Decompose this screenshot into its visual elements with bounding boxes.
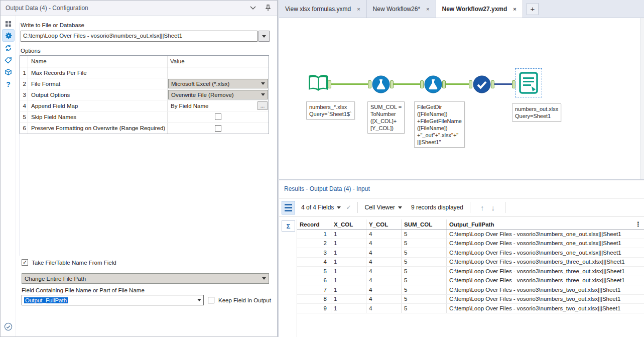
field-name-combo[interactable]: Output_FullPath: [22, 295, 204, 305]
palette-grid-icon[interactable]: [2, 18, 15, 30]
test-tool[interactable]: [473, 75, 491, 95]
results-row[interactable]: 4145C:\temp\Loop Over Files - vosorio3\n…: [297, 258, 644, 267]
cell-sum-col: 5: [402, 248, 447, 257]
option-checkbox[interactable]: [215, 125, 221, 132]
close-icon[interactable]: ×: [513, 6, 516, 12]
pin-icon[interactable]: [264, 4, 272, 12]
fields-check-icon[interactable]: ✓: [346, 204, 351, 211]
flask-icon: [424, 75, 442, 93]
input-anchor[interactable]: [469, 80, 472, 88]
plus-icon: +: [527, 3, 539, 15]
tab-new-workflow27[interactable]: New Workflow27.yxmd ×: [436, 0, 523, 18]
cell-x-col: 1: [331, 239, 366, 248]
dropdown-value: Microsoft Excel (*.xlsx): [171, 81, 229, 87]
new-workflow-tab-button[interactable]: +: [523, 0, 542, 18]
file-path-input[interactable]: C:\temp\Loop Over Files - vosorio3\numbe…: [21, 31, 257, 42]
fields-summary: 4 of 4 Fields: [301, 204, 334, 211]
column-header-x-col[interactable]: X_COL: [331, 219, 366, 229]
connector-wire-selected: [494, 83, 512, 85]
column-header-y-col[interactable]: Y_COL: [366, 219, 402, 229]
change-path-dropdown[interactable]: Change Entire File Path: [22, 273, 269, 284]
cell-record: 4: [297, 258, 331, 267]
cell-sum-col: 5: [402, 304, 447, 313]
tab-label: New Workflow27.yxmd: [442, 6, 507, 13]
option-value-dropdown[interactable]: Microsoft Excel (*.xlsx): [168, 79, 268, 88]
cell-x-col: 1: [331, 258, 366, 267]
option-checkbox[interactable]: [215, 114, 221, 120]
tool-annotation-formula-1[interactable]: SUM_COL =ToNumber([X_COL]+[Y_COL]): [367, 101, 405, 134]
column-header-output-fullpath[interactable]: Output_FullPath: [447, 219, 644, 229]
chevron-down-icon: [262, 277, 266, 280]
input-anchor[interactable]: [420, 80, 424, 88]
annotation-line: |||Sheet1": [417, 139, 462, 146]
up-arrow-icon[interactable]: ↑: [480, 203, 484, 212]
cell-y-col: 4: [366, 258, 402, 267]
close-icon[interactable]: ×: [426, 6, 429, 12]
results-row[interactable]: 1145C:\temp\Loop Over Files - vosorio3\n…: [297, 230, 644, 239]
cell-viewer-dropdown[interactable]: Cell Viewer: [364, 204, 402, 211]
cell-sum-col: 5: [402, 230, 447, 239]
chevron-down-icon: [262, 35, 266, 38]
refresh-icon[interactable]: [2, 42, 15, 54]
options-label: Options: [21, 48, 41, 54]
tab-new-workflow26[interactable]: New Workflow26* ×: [367, 0, 436, 18]
column-header-record[interactable]: Record: [297, 219, 331, 229]
cell-record: 2: [297, 239, 331, 248]
take-filename-checkbox[interactable]: ✓: [22, 259, 28, 266]
metadata-toggle-icon[interactable]: Σ: [282, 220, 295, 232]
workflow-canvas[interactable]: numbers_*.xlsxQuery=`Sheet1$` SUM_COL =T…: [279, 18, 644, 179]
results-row[interactable]: 3145C:\temp\Loop Over Files - vosorio3\n…: [297, 248, 644, 258]
file-path-value: C:\temp\Loop Over Files - vosorio3\numbe…: [23, 33, 182, 39]
input-anchor[interactable]: [368, 80, 371, 88]
file-path-dropdown-button[interactable]: [259, 31, 270, 42]
output-anchor[interactable]: [491, 80, 494, 88]
close-icon[interactable]: ×: [357, 6, 360, 12]
option-name: Skip Field Names: [28, 111, 168, 122]
package-icon[interactable]: [2, 66, 15, 78]
tag-icon[interactable]: [2, 54, 15, 66]
cell-sum-col: 5: [402, 239, 447, 248]
apply-check-icon[interactable]: [2, 320, 15, 333]
toolbar-separator: [470, 202, 470, 213]
results-row[interactable]: 7145C:\temp\Loop Over Files - vosorio3\n…: [297, 285, 644, 295]
annotation-line: +FileGetFileName: [417, 118, 462, 125]
cell-y-col: 4: [366, 239, 402, 248]
output-data-tool[interactable]: [519, 71, 539, 96]
help-icon[interactable]: ?: [2, 78, 15, 90]
canvas-scrollbar[interactable]: [640, 18, 644, 179]
options-grid-body: 1Max Records Per File2File FormatMicroso…: [20, 67, 269, 134]
cell-record: 7: [297, 285, 331, 294]
tool-annotation-output[interactable]: numbers_out.xlsxQuery=Sheet1: [512, 103, 561, 122]
kebab-menu-icon[interactable]: ⋮: [635, 220, 641, 228]
tool-annotation-input[interactable]: numbers_*.xlsxQuery=`Sheet1$`: [306, 101, 355, 120]
cell-x-col: 1: [331, 267, 366, 276]
tool-annotation-formula-2[interactable]: FileGetDir([FileName])+FileGetFileName([…: [414, 101, 465, 148]
results-layout-icon[interactable]: [282, 201, 295, 214]
formula-tool-1[interactable]: [372, 75, 390, 95]
results-row[interactable]: 2145C:\temp\Loop Over Files - vosorio3\n…: [297, 239, 644, 249]
cell-output-fullpath: C:\temp\Loop Over Files - vosorio3\numbe…: [447, 230, 644, 239]
collapse-chevron-icon[interactable]: [249, 4, 257, 12]
cell-x-col: 1: [331, 230, 366, 239]
cell-output-fullpath: C:\temp\Loop Over Files - vosorio3\numbe…: [447, 267, 644, 276]
results-row[interactable]: 6145C:\temp\Loop Over Files - vosorio3\n…: [297, 276, 644, 286]
settings-gear-icon[interactable]: [2, 29, 15, 42]
results-row[interactable]: 9145C:\temp\Loop Over Files - vosorio3\n…: [297, 304, 644, 313]
annotation-line: ([FileName]): [417, 125, 462, 132]
output-anchor[interactable]: [390, 80, 394, 88]
results-row[interactable]: 8145C:\temp\Loop Over Files - vosorio3\n…: [297, 295, 644, 304]
column-header-sum-col[interactable]: SUM_COL: [402, 219, 447, 229]
keep-field-checkbox[interactable]: [208, 297, 214, 303]
output-anchor[interactable]: [442, 80, 446, 88]
formula-tool-2[interactable]: [424, 75, 442, 95]
ellipsis-button[interactable]: ...: [257, 101, 268, 110]
option-value-dropdown[interactable]: Overwrite File (Remove): [168, 90, 268, 99]
fields-dropdown[interactable]: 4 of 4 Fields: [301, 204, 341, 211]
results-row[interactable]: 5145C:\temp\Loop Over Files - vosorio3\n…: [297, 267, 644, 276]
down-arrow-icon[interactable]: ↓: [491, 203, 495, 212]
options-grid-header: Name Value: [20, 56, 269, 67]
cell-viewer-label: Cell Viewer: [364, 204, 395, 211]
input-data-tool[interactable]: [307, 73, 329, 96]
checkmark-circle-icon: [473, 75, 491, 93]
tab-view-xlsx-formulas[interactable]: View xlsx formulas.yxmd ×: [279, 0, 367, 18]
